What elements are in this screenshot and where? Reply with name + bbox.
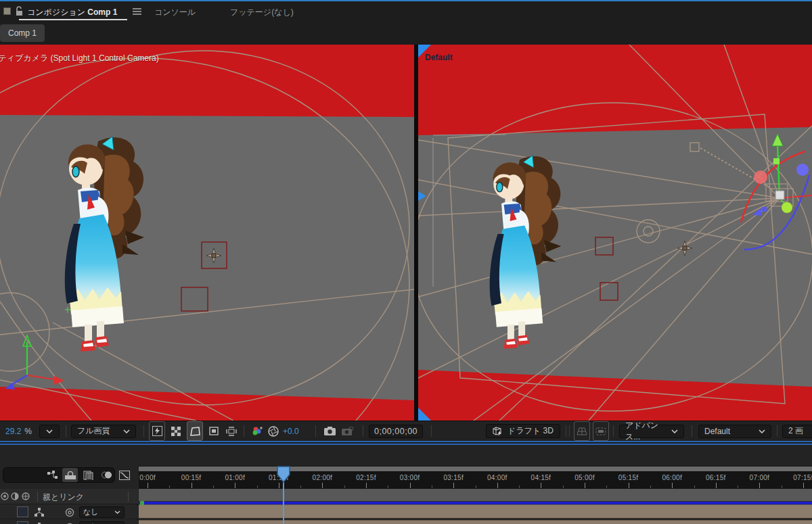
comp-tab-comp1[interactable]: Comp 1 <box>0 24 45 42</box>
ruler-label: 05:00f <box>568 474 601 481</box>
layer-color-swatch[interactable] <box>17 506 28 517</box>
renderer-dropdown[interactable]: アドバンス... <box>619 421 684 441</box>
fast-preview-button[interactable] <box>149 421 165 441</box>
layer-bar[interactable] <box>139 504 812 519</box>
globe-icon <box>22 492 30 500</box>
composition-viewer: アクティブカメラ (Spot Light 1 Control Camera) D… <box>0 45 812 421</box>
ruler-tick <box>803 483 804 488</box>
roi-rect-icon <box>209 427 219 435</box>
filmstrip-icon <box>83 471 93 480</box>
lightning-icon <box>152 426 162 436</box>
eye-icon <box>1 492 9 500</box>
ruler-tick <box>716 483 717 488</box>
ruler-label: 07:00f <box>743 474 775 481</box>
motion-blur-button[interactable] <box>99 468 114 482</box>
checkerboard-icon <box>171 427 181 436</box>
timeline-column-header: 親とリンク <box>0 489 138 504</box>
region-of-interest-button[interactable] <box>206 421 222 441</box>
chevron-down-icon <box>759 429 765 433</box>
layer-row[interactable]: なし <box>0 520 138 524</box>
view-layout-preset-dropdown[interactable]: Default <box>698 421 771 441</box>
ruler-tick <box>453 483 454 488</box>
take-snapshot-button[interactable] <box>322 421 338 441</box>
timeline-track-area[interactable]: 0:00f00:15f01:00f01:15f02:00f02:15f03:00… <box>139 445 812 524</box>
ruler-label: 0:00f <box>131 474 164 481</box>
chevron-down-icon <box>123 429 130 433</box>
ruler-label: 04:00f <box>481 474 514 481</box>
ruler-tick <box>235 483 235 488</box>
viewport-default-view[interactable] <box>418 45 812 421</box>
ruler-tick <box>672 483 673 488</box>
viewport-active-camera[interactable] <box>0 45 414 421</box>
exposure-button[interactable] <box>265 421 281 441</box>
timeline-left-columns: 親とリンク なし <box>0 489 138 524</box>
magnification-value[interactable]: 29.2 % <box>5 421 32 441</box>
mask-visibility-button[interactable] <box>187 421 203 441</box>
draft-3d-button[interactable]: ドラフト 3D <box>486 421 560 441</box>
viewer-toolbar: 29.2 % フル画質 <box>0 421 812 442</box>
exposure-value[interactable]: +0.0 <box>283 421 299 441</box>
ruler-minor-tick <box>694 485 695 488</box>
crop-region-button[interactable] <box>223 421 240 441</box>
show-snapshot-button[interactable] <box>340 421 356 441</box>
tab-footage[interactable]: フッテージ(なし) <box>230 7 294 18</box>
ruler-minor-tick <box>344 485 345 488</box>
chevron-down-icon <box>46 429 53 433</box>
chevron-down-icon <box>671 429 678 433</box>
tab-console[interactable]: コンソール <box>154 7 196 18</box>
ruler-tick <box>410 483 411 488</box>
time-navigator-bar[interactable] <box>139 466 812 472</box>
draft-3d-cube-icon <box>493 427 503 436</box>
ground-plane-button[interactable] <box>574 421 590 441</box>
chevron-down-icon <box>114 510 120 514</box>
work-area-bar[interactable] <box>139 489 812 502</box>
ruler-tick <box>585 483 585 488</box>
ruler-label: 02:15f <box>350 474 382 481</box>
transparency-grid-button[interactable] <box>168 421 184 441</box>
shy-layers-button[interactable] <box>62 468 78 482</box>
viewport-right-canvas[interactable] <box>418 45 812 421</box>
ruler-label: 03:15f <box>437 474 470 481</box>
ruler-tick <box>279 483 279 488</box>
work-area-start-handle[interactable] <box>140 501 144 505</box>
parent-link-header: 親とリンク <box>43 492 84 503</box>
playhead-handle[interactable] <box>277 466 290 483</box>
panel-menu-hamburger-icon[interactable] <box>133 8 141 16</box>
viewport-left-canvas[interactable] <box>0 45 414 421</box>
ruler-label: 04:15f <box>524 474 557 481</box>
ruler-tick <box>322 483 323 488</box>
magnification-dropdown[interactable] <box>39 421 60 441</box>
graph-editor-button[interactable] <box>116 468 132 482</box>
timecode-display[interactable]: 0;00;00;00 <box>369 421 423 441</box>
mask-shape-icon <box>190 427 200 436</box>
ruler-minor-tick <box>169 485 170 488</box>
layer-bar[interactable] <box>139 520 812 524</box>
quality-half-circle-icon <box>11 492 19 500</box>
extended-viewer-button[interactable] <box>593 421 609 441</box>
ruler-minor-tick <box>563 485 564 488</box>
tab-composition[interactable]: コンポジション Comp 1 <box>27 7 117 18</box>
views-count-button[interactable]: 2 画 <box>782 421 812 441</box>
rgb-channels-icon <box>252 426 263 436</box>
graph-curve-icon <box>119 471 130 480</box>
composition-tab-strip: Comp 1 <box>0 22 812 45</box>
composition-flowchart-button[interactable] <box>45 468 60 482</box>
crop-marks-icon <box>226 427 237 436</box>
frame-blending-button[interactable] <box>81 468 96 482</box>
motion-blur-circles-icon <box>102 471 112 479</box>
pick-whip-spiral-icon[interactable] <box>65 508 74 517</box>
parent-dropdown[interactable]: なし <box>79 521 125 524</box>
resolution-dropdown[interactable]: フル画質 <box>71 421 136 441</box>
parent-dropdown[interactable]: なし <box>79 506 125 518</box>
timeline-ruler[interactable]: 0:00f00:15f01:00f01:15f02:00f02:15f03:00… <box>139 472 812 489</box>
channels-button[interactable] <box>249 421 265 441</box>
ruler-tick <box>541 483 541 488</box>
ruler-tick <box>366 483 367 488</box>
layer-color-swatch[interactable] <box>17 521 28 524</box>
panel-drop-zone-icon <box>3 7 11 15</box>
active-tab-underline <box>19 19 127 20</box>
ruler-label: 06:00f <box>656 474 688 481</box>
ruler-tick <box>629 483 629 488</box>
unlocked-padlock-icon[interactable] <box>15 6 23 16</box>
layer-row[interactable]: なし <box>0 505 138 519</box>
